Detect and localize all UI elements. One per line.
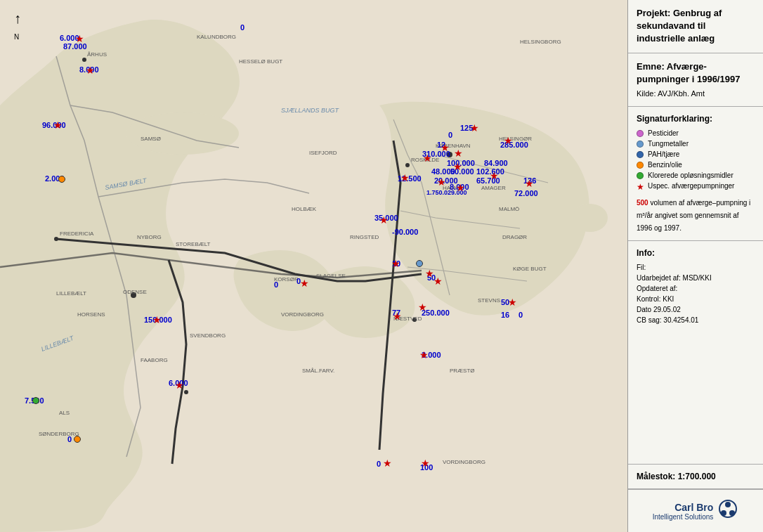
logo-row: Carl Bro Intelligent Solutions	[653, 498, 739, 524]
svg-text:STEVNS: STEVNS	[478, 297, 500, 304]
svg-text:SVENDBORG: SVENDBORG	[190, 332, 226, 339]
svg-text:LILLEBÆLT: LILLEBÆLT	[56, 290, 86, 297]
info-line-4: Kontrol: KKI	[637, 294, 755, 304]
legend-section: Signaturforklaring: Pesticider Tungmetal…	[628, 107, 763, 241]
marker-star-19: ★	[393, 311, 402, 322]
svg-text:DRAGØR: DRAGØR	[502, 234, 527, 240]
svg-point-51	[729, 510, 735, 516]
tungmetaller-label: Tungmetaller	[648, 140, 689, 148]
label-0c: 0	[274, 280, 278, 289]
svg-text:VORDINGBORG: VORDINGBORG	[443, 459, 485, 465]
label-0b: 0	[519, 311, 523, 319]
marker-benzin-2	[74, 436, 81, 443]
logo-line1: Carl Bro	[674, 502, 713, 513]
svg-point-4	[54, 237, 58, 241]
uspec-star-icon: ★	[637, 183, 644, 190]
volume-value: 500	[637, 199, 650, 207]
marker-star-22: ★	[152, 314, 162, 325]
svg-point-1	[126, 112, 239, 155]
info-section: Info: Fil: Udarbejdet af: MSD/KKI Opdate…	[628, 241, 763, 465]
label-90000: -90.000	[392, 228, 418, 236]
legend-title: Signaturforklaring:	[637, 114, 755, 124]
marker-star-11: ★	[400, 172, 410, 183]
benzin-dot	[637, 162, 644, 169]
scale-section: Målestok: 1:700.000	[628, 465, 763, 489]
svg-text:SØNDERBORG: SØNDERBORG	[39, 431, 79, 437]
label-0e: 0	[67, 435, 72, 443]
svg-text:SMÅL.FARV.: SMÅL.FARV.	[302, 368, 334, 374]
logo-icon	[717, 498, 738, 524]
marker-star-15: ★	[379, 214, 389, 226]
volume-desc: volumen af afværge–pumpning i m³/år angi…	[637, 199, 750, 232]
source-text: Kilde: AVJ/Kbh. Amt	[637, 89, 755, 99]
map-area: ÅRHUS FREDERICIA ODENSE NYBORG SVENDBORG…	[0, 0, 627, 532]
topic-title: Emne: Afværge-pumpninger i 1996/1997	[637, 60, 755, 86]
marker-star-9: ★	[453, 161, 462, 172]
uspec-label: Uspec. afværgepumpninger	[648, 182, 734, 190]
marker-star-12: ★	[437, 176, 446, 188]
legend-item-klorin: Klorerede opløsningsmidler	[637, 171, 755, 179]
marker-benzin-1	[58, 176, 65, 183]
info-line-5: Dato 29.05.02	[637, 304, 755, 315]
info-line-2: Udarbejdet af: MSD/KKI	[637, 273, 755, 283]
svg-text:HESSELØ BUGT: HESSELØ BUGT	[239, 58, 282, 65]
marker-star-25: ★	[175, 379, 184, 391]
svg-text:HOLBÆK: HOLBÆK	[292, 206, 317, 212]
legend-item-pah: PAH/tjære	[637, 150, 755, 158]
svg-point-49	[725, 502, 731, 507]
label-0-top: 0	[448, 131, 452, 139]
legend-item-pesticider: Pesticider	[637, 129, 755, 137]
svg-text:PRÆSTØ: PRÆSTØ	[450, 368, 475, 374]
marker-star-10: ★	[490, 170, 499, 181]
legend-item-benzin: Benzin/olie	[637, 161, 755, 169]
svg-text:SLAGELSE: SLAGELSE	[316, 273, 346, 279]
marker-star-13: ★	[456, 182, 465, 193]
svg-point-2	[573, 204, 608, 232]
logo-section: Carl Bro Intelligent Solutions	[628, 489, 763, 532]
svg-point-7	[405, 163, 410, 167]
svg-text:KALUNDBORG: KALUNDBORG	[197, 34, 236, 40]
marker-klorin-1	[32, 397, 39, 404]
svg-text:ÅRHUS: ÅRHUS	[87, 51, 107, 58]
info-title: Info:	[637, 248, 755, 258]
svg-text:MALMÖ: MALMÖ	[499, 206, 519, 212]
benzin-label: Benzin/olie	[648, 161, 682, 169]
svg-text:ODENSE: ODENSE	[123, 289, 147, 295]
svg-point-6	[184, 390, 188, 394]
klorin-dot	[637, 172, 644, 179]
marker-star-21: ★	[508, 297, 517, 308]
svg-text:VORDINGBORG: VORDINGBORG	[281, 311, 324, 318]
marker-star-8: ★	[423, 153, 432, 164]
marker-star-1: ★	[75, 33, 84, 44]
marker-star-4: ★	[470, 122, 479, 134]
scale-text: Målestok: 1:700.000	[637, 472, 755, 481]
label-0-north: 0	[240, 23, 244, 32]
svg-text:KØGE BUGT: KØGE BUGT	[513, 266, 547, 272]
pesticider-dot	[637, 130, 644, 137]
marker-star-20: ★	[418, 301, 427, 313]
label-16: 16	[501, 311, 509, 319]
svg-text:NYBORG: NYBORG	[137, 234, 162, 240]
marker-heavy-1	[416, 260, 423, 267]
info-text: Fil: Udarbejdet af: MSD/KKI Opdateret af…	[637, 262, 755, 325]
tungmetaller-dot	[637, 141, 644, 148]
svg-point-50	[721, 510, 726, 516]
svg-text:HORSENS: HORSENS	[77, 311, 105, 318]
project-section: Projekt: Genbrug af sekundavand til indu…	[628, 0, 763, 53]
legend-item-uspec: ★ Uspec. afværgepumpninger	[637, 182, 755, 190]
marker-star-3: ★	[53, 119, 63, 131]
marker-star-2: ★	[86, 65, 95, 76]
svg-text:FAABORG: FAABORG	[141, 357, 168, 363]
marker-star-14: ★	[525, 178, 534, 189]
svg-text:RINGSTED: RINGSTED	[350, 234, 379, 240]
label-84900: 84.900	[484, 159, 508, 167]
svg-text:ALS: ALS	[59, 410, 70, 416]
sidebar: Projekt: Genbrug af sekundavand til indu…	[627, 0, 763, 532]
info-line-1: Fil:	[637, 262, 755, 273]
marker-star-24: ★	[419, 349, 429, 361]
project-title: Projekt: Genbrug af sekundavand til indu…	[637, 7, 755, 46]
marker-star-18: ★	[433, 275, 443, 287]
marker-star-6: ★	[454, 148, 463, 159]
info-line-3: Opdateret af:	[637, 283, 755, 294]
svg-text:ISEFJORD: ISEFJORD	[309, 150, 337, 156]
